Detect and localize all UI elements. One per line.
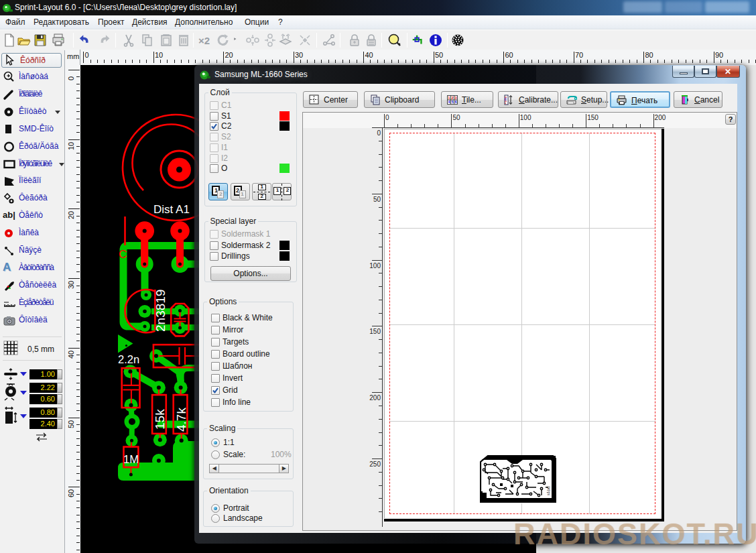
svg-text:2n3819: 2n3819 [153, 290, 168, 332]
svg-text:s1(a): s1(a) [546, 486, 550, 495]
svg-text:6: 6 [455, 100, 457, 104]
svg-text:15k: 15k [153, 409, 167, 430]
svg-text:Dist A1: Dist A1 [153, 203, 190, 216]
svg-text:2: 2 [452, 96, 454, 100]
svg-text:1: 1 [448, 96, 450, 100]
svg-text:×2: ×2 [198, 35, 210, 46]
svg-text:3: 3 [455, 96, 457, 100]
svg-text:5: 5 [452, 100, 454, 104]
svg-text:4: 4 [448, 100, 450, 104]
svg-text:1M: 1M [123, 453, 139, 465]
svg-text:0: 0 [505, 97, 507, 101]
svg-text:5: 5 [176, 248, 181, 259]
svg-text:C: C [119, 248, 127, 261]
svg-text:4.7k: 4.7k [174, 408, 188, 432]
svg-text:2.2n: 2.2n [118, 353, 139, 365]
